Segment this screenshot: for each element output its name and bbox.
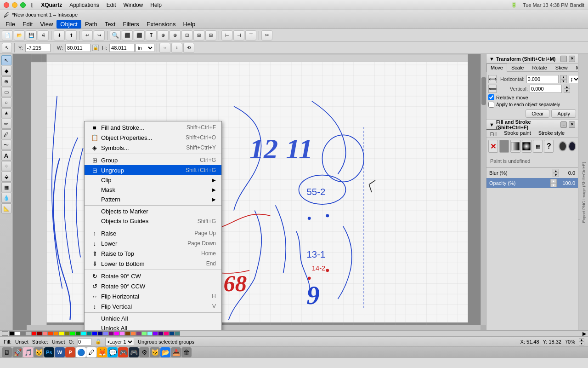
dock-music[interactable]: 🎵 [23,347,33,357]
ctx-group[interactable]: ⊞ Group Ctrl+G [85,155,221,165]
dock-app9[interactable]: 🎮 [118,347,128,357]
cyan-swatch[interactable] [81,331,86,336]
olive-swatch[interactable] [64,331,70,336]
apply-button[interactable]: Apply [551,109,576,118]
relative-move-checkbox[interactable] [488,94,494,100]
pen-tool[interactable]: 🖊 [1,129,11,139]
save-btn[interactable]: 💾 [26,30,37,40]
ctx-unhide[interactable]: Unhide All [85,314,221,323]
blue-swatch[interactable] [92,331,97,336]
ctx-obj-props[interactable]: 📋 Object Properties... Shift+Ctrl+O [85,132,221,143]
ctx-flip-h[interactable]: ↔ Flip Horizontal H [85,291,221,301]
menu-object[interactable]: Object [57,20,81,29]
snap2-btn[interactable]: ⊕ [170,30,181,40]
measure-tool[interactable]: 📐 [1,203,11,213]
ctx-symbols[interactable]: ◈ Symbols... Shift+Ctrl+Y [85,143,221,153]
orange-swatch[interactable] [53,331,59,336]
menu-view[interactable]: View [36,20,57,29]
rect-tool[interactable]: ▭ [1,87,11,97]
tab-move[interactable]: Move [486,63,507,72]
unit-select[interactable]: inpxmmcm [136,44,154,52]
indigo-swatch[interactable] [158,331,164,336]
layer-select[interactable]: •Layer 1 [105,338,134,346]
menu-window[interactable]: Window [124,2,143,8]
menu-applications[interactable]: Applications [69,2,99,8]
maximize-button[interactable] [20,2,26,8]
snap5-btn[interactable]: ⊟ [205,30,216,40]
circle-tool[interactable]: ○ [1,98,11,108]
dock-powerpoint[interactable]: P [65,347,75,357]
ctx-rot-ccw[interactable]: ↺ Rotate 90° CCW [85,281,221,291]
text-tool[interactable]: A [1,150,11,161]
w-input[interactable] [65,44,90,52]
flat-color-btn[interactable] [499,140,509,153]
dock-firefox[interactable]: 🦊 [97,347,107,357]
snap-btn[interactable]: ⊕ [158,30,169,40]
fill-minimize-btn[interactable]: _ [560,121,567,128]
lime-swatch[interactable] [70,331,75,336]
menu-filters[interactable]: Filters [119,20,142,29]
dock-skype[interactable]: 💬 [107,347,118,357]
ctx-flip-v[interactable]: ↕ Flip Vertical V [85,301,221,311]
darkgray-swatch[interactable] [175,331,180,336]
menu-edit[interactable]: Edit [19,20,36,29]
align-right-btn[interactable]: ⊣ [233,30,244,40]
red-swatch[interactable] [31,331,37,336]
dkblue-swatch[interactable] [169,331,175,336]
y-input[interactable] [25,44,51,52]
flip-h-tb-btn[interactable]: ↔ [159,43,170,53]
ctx-mask[interactable]: Mask ▶ [85,185,221,195]
brown-swatch[interactable] [125,331,130,336]
pattern-btn[interactable]: ▦ [533,140,543,153]
align-left-btn[interactable]: ⊢ [221,30,232,40]
menu-help[interactable]: Help [150,2,162,8]
teal-swatch[interactable] [86,331,92,336]
callig-tool[interactable]: 〜 [1,140,11,150]
menu-path[interactable]: Path [81,20,101,29]
dock-downloads[interactable]: 📥 [171,347,181,357]
vertical-up[interactable]: ▲ [564,85,570,89]
transparent-swatch[interactable] [2,331,8,336]
fill-tab-stroke-style[interactable]: Stroke style [535,129,568,138]
h-input[interactable] [109,44,135,52]
dock-finder[interactable]: 🖥 [2,347,12,357]
unknown-paint-btn[interactable]: ? [544,140,554,153]
open-btn[interactable]: 📂 [14,30,25,40]
blur-down[interactable]: ▼ [553,173,559,177]
canvas-area[interactable]: 12 11 55-2 13-1 9 68 [13,54,486,330]
minimize-button[interactable] [12,2,17,8]
clear-button[interactable]: Clear [526,109,549,118]
silver-swatch[interactable] [26,331,31,336]
yellow-swatch[interactable] [59,331,64,336]
dropper-tool[interactable]: 💧 [1,193,11,203]
rose-swatch[interactable] [164,331,169,336]
fill-tab-stroke-paint[interactable]: Stroke paint [500,129,535,138]
star-tool[interactable]: ★ [1,108,11,118]
gray-swatch[interactable] [20,331,26,336]
close-button[interactable] [4,2,9,8]
transform-tb-btn[interactable]: ⟲ [183,43,194,53]
transform-minimize-btn[interactable]: _ [560,56,567,62]
ctx-rot-cw[interactable]: ↻ Rotate 90° CW [85,271,221,281]
white-swatch[interactable] [15,331,20,336]
tab-scale[interactable]: Scale [507,63,528,71]
menu-xquartz[interactable]: XQuartz [41,2,62,8]
fill-tool[interactable]: ⬙ [1,172,11,182]
spray-tool[interactable]: ⁘ [1,161,11,171]
zoom-down[interactable]: ▼ [579,342,584,345]
ctx-pattern[interactable]: Pattern ▶ [85,195,221,204]
dock-word[interactable]: W [55,347,65,357]
no-paint-btn[interactable]: ✕ [488,140,498,153]
menu-extensions[interactable]: Extensions [143,20,180,29]
node-tool[interactable]: ◆ [1,66,11,76]
snap4-btn[interactable]: ⊞ [193,30,204,40]
menu-edit[interactable]: Edit [107,2,116,8]
violet-swatch[interactable] [153,331,158,336]
periwinkle-swatch[interactable] [103,331,108,336]
pencil-tool[interactable]: ✏ [1,119,11,129]
dock-photos[interactable]: 😺 [34,347,44,357]
export-btn[interactable]: ⬆ [66,30,77,40]
ctx-clip[interactable]: Clip ▶ [85,175,221,185]
transform-close-btn[interactable]: ✕ [569,56,575,62]
opacity-status-input[interactable] [78,338,91,345]
